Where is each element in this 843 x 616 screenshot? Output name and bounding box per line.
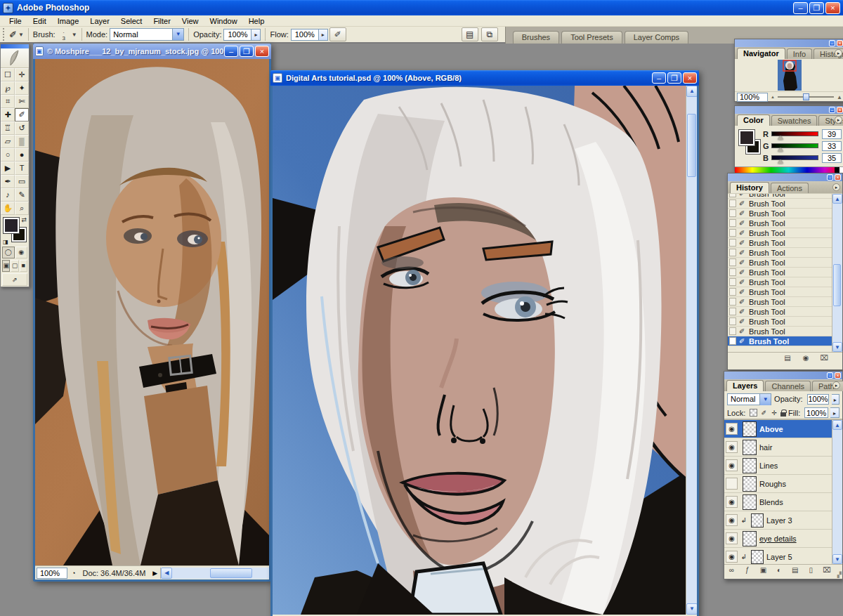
history-source-well[interactable]: [729, 278, 736, 286]
fill-field[interactable]: 100%: [804, 407, 828, 418]
history-step[interactable]: ✐ Brush Tool: [728, 277, 842, 287]
history-step[interactable]: ✐ Brush Tool: [728, 218, 842, 228]
visibility-toggle[interactable]: [726, 551, 738, 563]
layer-thumbnail[interactable]: [743, 421, 757, 437]
layer-thumbnail[interactable]: [751, 513, 764, 527]
visibility-toggle[interactable]: [726, 423, 738, 435]
history-step[interactable]: ✐ Brush Tool: [728, 307, 842, 317]
layer-thumbnail[interactable]: [743, 440, 757, 455]
shape-tool[interactable]: ▭: [15, 175, 29, 188]
eraser-tool[interactable]: ▱: [1, 135, 15, 148]
color-close-button[interactable]: ×: [837, 107, 843, 113]
hand-tool[interactable]: ✋: [1, 202, 15, 215]
layer-row[interactable]: ↲ Layer 3: [724, 511, 842, 530]
new-group-icon[interactable]: ▤: [790, 566, 799, 574]
history-source-well[interactable]: [729, 308, 736, 315]
history-source-well[interactable]: [729, 219, 736, 227]
history-step[interactable]: ✐ Brush Tool: [728, 258, 842, 268]
visibility-toggle[interactable]: [726, 514, 738, 526]
scroll-down-icon[interactable]: ▼: [832, 554, 842, 564]
palette-well-tab[interactable]: Brushes: [513, 31, 559, 44]
palette-tab[interactable]: Color: [737, 114, 770, 126]
layers-close-button[interactable]: ×: [835, 372, 841, 379]
lock-transparency-icon[interactable]: [750, 409, 757, 417]
layer-row[interactable]: ↲ eye details: [724, 530, 842, 548]
layer-thumbnail[interactable]: [743, 494, 757, 510]
delete-layer-icon[interactable]: ⌧: [822, 566, 831, 574]
slice-tool[interactable]: ✄: [15, 95, 29, 108]
doc1-close-button[interactable]: ×: [255, 46, 269, 57]
rectangular-marquee-tool[interactable]: ☐: [1, 68, 15, 81]
pen-tool[interactable]: ✒: [1, 175, 15, 188]
history-minimize-button[interactable]: –: [827, 174, 833, 181]
history-source-well[interactable]: [729, 193, 736, 197]
layers-opacity-slider-icon[interactable]: ▸: [832, 394, 839, 405]
history-step[interactable]: ✐ Brush Tool: [728, 209, 842, 218]
history-source-well[interactable]: [729, 317, 736, 325]
brush-picker-arrow-icon[interactable]: ▼: [72, 32, 77, 38]
minimize-button[interactable]: –: [793, 2, 808, 14]
palette-tab[interactable]: Layers: [726, 380, 764, 391]
full-screen-button[interactable]: ■: [20, 260, 27, 272]
clone-stamp-tool[interactable]: ♖: [1, 122, 15, 135]
path-selection-tool[interactable]: ▶: [1, 162, 15, 175]
zoom-out-icon[interactable]: ▲: [771, 95, 775, 99]
layers-minimize-button[interactable]: –: [827, 372, 833, 379]
history-source-well[interactable]: [729, 327, 736, 335]
navigator-minimize-button[interactable]: –: [829, 40, 835, 46]
new-document-from-state-icon[interactable]: ▤: [782, 354, 793, 362]
layer-row[interactable]: ↲ Above: [724, 420, 842, 438]
lock-paint-icon[interactable]: ✐: [759, 409, 768, 417]
lock-position-icon[interactable]: ✛: [770, 409, 778, 417]
layer-style-icon[interactable]: ƒ: [743, 566, 752, 574]
doc2-canvas[interactable]: ▲ ▼: [273, 86, 697, 615]
restore-button[interactable]: ❐: [809, 2, 824, 14]
visibility-toggle[interactable]: [726, 532, 738, 544]
navigator-preview[interactable]: [735, 59, 843, 91]
history-step[interactable]: ✐ Brush Tool: [728, 327, 842, 336]
doc1-minimize-button[interactable]: –: [224, 46, 238, 57]
menu-item[interactable]: Filter: [148, 16, 175, 26]
layers-opacity-field[interactable]: 100%: [807, 394, 828, 405]
doc2-minimize-button[interactable]: –: [652, 72, 666, 84]
doc1-canvas[interactable]: [35, 59, 269, 565]
foreground-color-swatch[interactable]: [739, 130, 754, 145]
layers-menu-icon[interactable]: ▸: [832, 381, 840, 389]
layer-thumbnail[interactable]: [743, 458, 757, 473]
menu-item[interactable]: Image: [53, 16, 84, 26]
doc1-horizontal-scrollbar[interactable]: ◀: [160, 568, 269, 579]
doc2-vertical-scrollbar[interactable]: ▲ ▼: [686, 86, 697, 615]
lock-all-icon[interactable]: [780, 412, 786, 417]
doc2-scroll-thumb[interactable]: [687, 114, 696, 177]
fill-slider-icon[interactable]: ▸: [830, 407, 839, 418]
menu-item[interactable]: Select: [116, 16, 148, 26]
palette-tab[interactable]: Actions: [771, 183, 809, 193]
history-source-well[interactable]: [729, 337, 736, 345]
flow-slider-icon[interactable]: ▸: [319, 29, 328, 41]
tool-preset-arrow-icon[interactable]: ▼: [18, 32, 24, 38]
channel-slider-thumb[interactable]: [778, 136, 783, 140]
palette-tab[interactable]: Channels: [765, 381, 810, 391]
link-layers-icon[interactable]: ∞: [727, 566, 736, 574]
standard-mode-button[interactable]: ◯: [2, 247, 15, 258]
opacity-slider-icon[interactable]: ▸: [251, 29, 261, 41]
layer-row[interactable]: ↲ Blends: [724, 493, 842, 511]
visibility-toggle[interactable]: [726, 496, 738, 508]
history-source-well[interactable]: [729, 209, 736, 217]
history-step[interactable]: ✐ Brush Tool: [728, 199, 842, 209]
layers-scrollbar[interactable]: ▲ ▼: [832, 420, 842, 564]
type-tool[interactable]: T: [15, 162, 29, 175]
foreground-color-swatch[interactable]: [4, 218, 19, 233]
scroll-down-icon[interactable]: ▼: [686, 603, 697, 615]
channel-slider[interactable]: [771, 131, 818, 136]
mode-select[interactable]: Normal ▼: [110, 28, 184, 41]
status-menu-icon[interactable]: ▶: [152, 570, 157, 577]
gradient-tool[interactable]: ▒: [15, 135, 29, 148]
default-colors-icon[interactable]: ◨: [3, 239, 8, 245]
magic-wand-tool[interactable]: ✦: [15, 81, 29, 95]
visibility-toggle[interactable]: [726, 478, 738, 490]
history-step[interactable]: ✐ Brush Tool: [728, 193, 842, 199]
color-titlebar[interactable]: – ×: [735, 106, 843, 114]
zoom-tool[interactable]: ⌕: [15, 202, 29, 215]
history-menu-icon[interactable]: ▸: [832, 183, 840, 191]
